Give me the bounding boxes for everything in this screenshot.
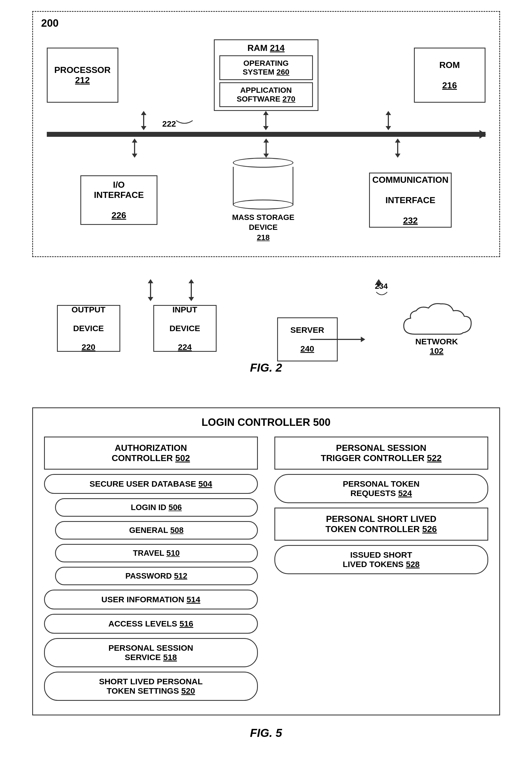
processor-bus-arrow xyxy=(140,111,148,130)
mid-components-row: I/O INTERFACE 226 MASS STORAGE DEVICE 21… xyxy=(47,158,486,243)
login-id-stadium: LOGIN ID 506 xyxy=(55,498,258,517)
app-box: APPLICATION SOFTWARE 270 xyxy=(219,82,313,107)
system-label: 200 xyxy=(41,17,59,29)
short-lived-token-settings-stadium: SHORT LIVED PERSONAL TOKEN SETTINGS 520 xyxy=(44,672,258,701)
connector-234-label: 234 xyxy=(375,282,402,301)
io-arrow xyxy=(131,138,138,158)
connector-curve xyxy=(375,291,389,299)
network-label: NETWORK 102 xyxy=(415,337,458,356)
input-device-box: INPUT DEVICE 224 xyxy=(153,305,217,352)
fig5-diagram: LOGIN CONTROLLER 500 AUTHORIZATION CONTR… xyxy=(32,407,500,739)
bus-label: 222 xyxy=(162,119,176,128)
pst-controller-box: PERSONAL SESSION TRIGGER CONTROLLER 522 xyxy=(274,437,488,470)
auth-controller-box: AUTHORIZATION CONTROLLER 502 xyxy=(44,437,258,470)
network-cloud: NETWORK 102 xyxy=(398,301,475,356)
ram-label: RAM 214 xyxy=(247,43,285,53)
secure-db-stadium: SECURE USER DATABASE 504 xyxy=(44,474,258,494)
login-controller-title: LOGIN CONTROLLER 500 xyxy=(44,416,488,428)
mass-storage-arrow xyxy=(262,138,270,158)
comm-arrow xyxy=(394,138,402,158)
login-controller-box: LOGIN CONTROLLER 500 AUTHORIZATION CONTR… xyxy=(32,407,500,715)
general-stadium: GENERAL 508 xyxy=(55,521,258,540)
mid-to-bottom-arrows: 234 xyxy=(32,279,500,301)
personal-token-req-stadium: PERSONAL TOKEN REQUESTS 524 xyxy=(274,474,488,503)
system-bus: 222 xyxy=(47,130,486,138)
fig5-caption: FIG. 5 xyxy=(32,727,500,739)
io-to-input-arrow xyxy=(187,279,195,301)
os-box: OPERATING SYSTEM 260 xyxy=(219,55,313,80)
rom-box: ROM 216 xyxy=(414,48,486,103)
left-column: AUTHORIZATION CONTROLLER 502 SECURE USER… xyxy=(44,437,258,701)
ram-bus-arrow xyxy=(262,111,270,130)
io-to-output-arrow xyxy=(147,279,154,301)
right-column: PERSONAL SESSION TRIGGER CONTROLLER 522 … xyxy=(274,437,488,574)
personal-session-svc-stadium: PERSONAL SESSION SERVICE 518 xyxy=(44,638,258,667)
fig2-diagram: 200 PROCESSOR 212 RAM 214 OPERATING SYST… xyxy=(32,11,500,391)
user-info-stadium: USER INFORMATION 514 xyxy=(44,590,258,609)
issued-tokens-stadium: ISSUED SHORT LIVED TOKENS 528 xyxy=(274,545,488,574)
mass-storage-box: MASS STORAGE DEVICE 218 xyxy=(224,158,302,243)
bus-to-mid-arrows xyxy=(47,138,486,158)
comm-box: COMMUNICATION INTERFACE 232 xyxy=(369,172,452,228)
ram-box: RAM 214 OPERATING SYSTEM 260 APPLICATION… xyxy=(214,39,318,111)
travel-stadium: TRAVEL 510 xyxy=(55,544,258,562)
top-components-row: PROCESSOR 212 RAM 214 OPERATING SYSTEM 2… xyxy=(47,39,486,111)
computer-system-box: 200 PROCESSOR 212 RAM 214 OPERATING SYST… xyxy=(32,11,500,257)
bottom-row: OUTPUT DEVICE 220 INPUT DEVICE 224 SERVE… xyxy=(32,301,500,356)
processor-box: PROCESSOR 212 xyxy=(47,48,118,103)
access-levels-stadium: ACCESS LEVELS 516 xyxy=(44,614,258,634)
rom-bus-arrow xyxy=(384,111,392,130)
login-grid: AUTHORIZATION CONTROLLER 502 SECURE USER… xyxy=(44,437,488,701)
io-box: I/O INTERFACE 226 xyxy=(80,175,158,225)
bus-curve-arrow xyxy=(173,119,195,127)
output-device-box: OUTPUT DEVICE 220 xyxy=(57,305,120,352)
password-stadium: PASSWORD 512 xyxy=(55,567,258,585)
personal-short-lived-box: PERSONAL SHORT LIVED TOKEN CONTROLLER 52… xyxy=(274,507,488,541)
fig2-caption: FIG. 2 xyxy=(32,361,500,374)
